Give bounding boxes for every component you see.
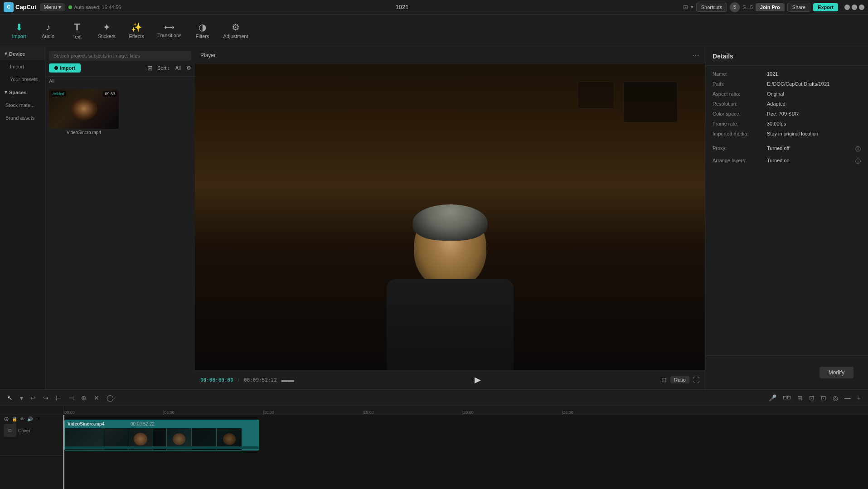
mic-button[interactable]: 🎤 [767,393,778,402]
split-button[interactable]: ⊕ [79,393,88,402]
tool-effects[interactable]: ✨ Effects [123,20,150,42]
cover-icon: ⊡ [4,424,16,437]
preview-icon: ⊡ [683,4,688,10]
detail-row-aspect: Aspect ratio: Original [713,91,861,97]
play-controls-center: ▶ [299,373,657,387]
stickers-icon: ✦ [103,23,111,32]
details-section-proxy: Proxy: Turned off ⓘ Arrange layers: Turn… [713,145,861,165]
motion-button[interactable]: ⊡ [819,393,828,402]
arrange-info-icon[interactable]: ⓘ [855,158,861,165]
sidebar-item-stock[interactable]: Stock mate... [0,99,45,111]
delete-button[interactable]: ✕ [92,393,101,402]
transitions-label: Transitions [157,33,181,38]
detail-row-colorspace: Color space: Rec. 709 SDR [713,111,861,116]
modify-button[interactable]: Modify [820,367,853,378]
minimize-button[interactable] [844,5,850,10]
filter-icon-button[interactable]: ⚙ [186,65,191,71]
detail-label-resolution: Resolution: [713,101,767,107]
shortcuts-button[interactable]: Shortcuts [696,3,727,12]
view-controls: ⊞ Sort ↕ All ⚙ [145,63,191,73]
search-input[interactable] [49,51,191,61]
tool-text[interactable]: T Text [63,19,91,42]
track-lock-button[interactable]: 🔒 [12,416,17,421]
tool-import[interactable]: ⬇ Import [5,20,33,42]
tool-stickers[interactable]: ✦ Stickers [92,20,121,42]
clip-speed-button[interactable]: ⊡⊡ [781,394,793,402]
redo-button[interactable]: ↪ [41,393,50,402]
media-panel: Import ⊞ Sort ↕ All ⚙ All [45,47,195,389]
sidebar-item-import[interactable]: Import [0,60,45,73]
audio-sync-button[interactable]: ⊡ [807,393,816,402]
media-grid: Added 09:53 VideoSincro.mp4 [45,86,195,139]
zoom-in-button[interactable]: + [855,393,863,402]
tool-transitions[interactable]: ⟷ Transitions [152,21,187,41]
detail-label-imported: Imported media: [713,131,767,136]
ratio-button[interactable]: Ratio [670,376,689,383]
media-panel-top: Import ⊞ Sort ↕ All ⚙ [45,47,195,77]
ruler-mark-10: |10:00 [263,410,274,415]
detail-row-name: Name: 1021 [713,71,861,77]
sidebar-item-spaces[interactable]: ▾ Spaces [0,86,45,99]
filters-label: Filters [196,34,209,39]
detail-value-framerate: 30.00fps [767,121,861,126]
select-mode-button[interactable]: ▾ [18,393,25,402]
timeline-tracks-label: ⊕ 🔒 👁 🔊 ⋯ ⊡ Cover [0,406,63,489]
export-button[interactable]: Export [813,3,838,11]
join-pro-button[interactable]: Join Pro [756,3,785,11]
share-button[interactable]: Share [787,3,810,12]
import-btn-label: Import [60,65,75,71]
detail-row-framerate: Frame rate: 30.00fps [713,121,861,126]
crop-button[interactable]: ⊞ [795,393,805,402]
close-button[interactable] [859,5,864,10]
chevron-right-icon: ▾ [5,89,7,95]
list-item[interactable]: Added 09:53 VideoSincro.mp4 [49,89,119,135]
details-title: Details [713,53,733,60]
video-frame [195,63,705,370]
sort-button[interactable]: Sort ↕ [157,65,170,71]
auto-save-text: Auto saved: 16:44:56 [74,5,121,10]
track-more-button[interactable]: ⋯ [35,416,40,421]
time-separator: / [238,377,239,382]
maximize-button[interactable] [852,5,857,10]
menu-chevron-icon: ▾ [58,4,61,10]
color-button[interactable]: ◎ [831,393,840,402]
main-toolbar: ⬇ Import ♪ Audio T Text ✦ Stickers ✨ Eff… [0,15,868,47]
select-tool-button[interactable]: ↖ [5,393,15,402]
track-add-button[interactable]: ⊕ [4,415,9,422]
timeline-ruler: |00:00 |05:00 |10:00 |15:00 |20:00 |25:0… [63,406,868,415]
tool-audio[interactable]: ♪ Audio [34,20,62,42]
all-tab[interactable]: All [45,77,195,86]
chevron-down-icon: ▾ [5,51,7,57]
details-content: Name: 1021 Path: E:/DOC/CapCut Drafts/10… [705,66,868,355]
import-button[interactable]: Import [49,63,81,73]
tool-filters[interactable]: ◑ Filters [189,20,216,42]
zoom-out-button[interactable]: — [843,393,853,402]
ruler-spacer [0,406,63,415]
screenshot-button[interactable]: ⊡ [661,376,667,383]
menu-button[interactable]: Menu ▾ [40,3,65,11]
main-content: ▾ Device Import Your presets ▾ Spaces St… [0,47,868,389]
undo-button[interactable]: ↩ [29,393,38,402]
tool-adjustment[interactable]: ⚙ Adjustment [218,20,254,42]
track-audio-button[interactable]: 🔊 [27,416,33,421]
player-menu-button[interactable]: ⋯ [692,51,699,59]
sidebar-item-brand[interactable]: Brand assets [0,111,45,124]
detail-label-aspect: Aspect ratio: [713,91,767,97]
split-end-button[interactable]: ⊣ [67,393,76,402]
player-area: Player ⋯ [195,47,705,389]
playhead [63,415,64,489]
filter-all-button[interactable]: All [173,64,184,72]
video-clip[interactable]: VideoSincro.mp4 00:09:52:22 [64,420,259,450]
split-start-button[interactable]: ⊢ [54,393,63,402]
preview-expand-icon: ▾ [691,4,693,10]
sidebar-item-presets[interactable]: Your presets [0,73,45,86]
grid-view-button[interactable]: ⊞ [145,63,155,73]
sidebar-item-device[interactable]: ▾ Device [0,47,45,60]
proxy-info-icon[interactable]: ⓘ [855,145,861,153]
track-visible-button[interactable]: 👁 [20,416,24,421]
ripple-button[interactable]: ◯ [105,393,116,402]
import-icon: ⬇ [15,23,23,32]
fullscreen-button[interactable]: ⛶ [693,376,699,383]
audio-icon: ♪ [46,23,50,32]
play-button[interactable]: ▶ [471,373,485,387]
